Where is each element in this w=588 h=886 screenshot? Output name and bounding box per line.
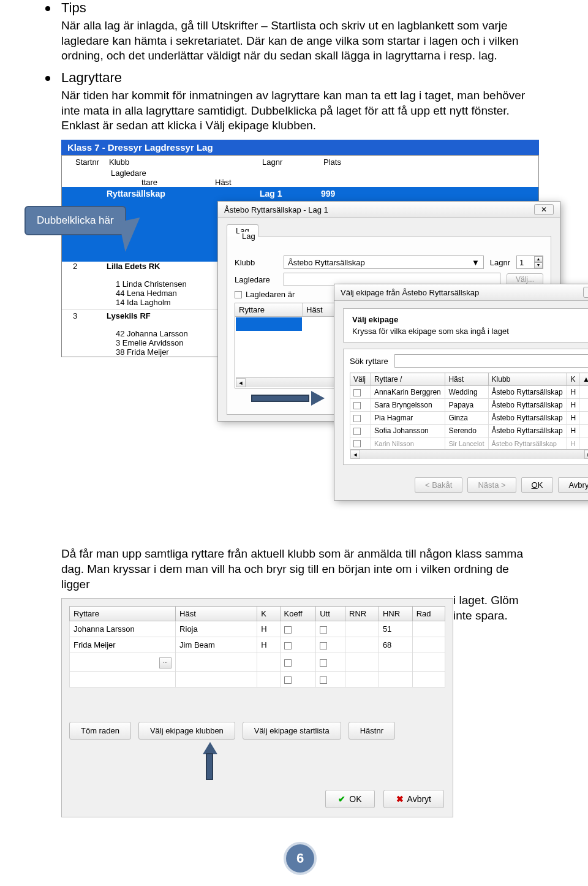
col-plats: Plats [321,156,358,168]
valj-ekipage-startlista-button[interactable]: Välj ekipage startlista [243,722,341,740]
screenshot-2: Ryttare Häst K Koeff Utt RNR HNR Rad Joh… [61,598,453,817]
screenshot-1: Dubbelklicka här Klass 7 - Dressyr Lagdr… [61,140,539,532]
koeff-checkbox[interactable] [284,626,292,634]
koeff-checkbox[interactable] [284,642,292,649]
table-row[interactable]: ... [70,653,445,672]
float-text: i laget. Glöm inte spara. [453,593,539,623]
chevron-down-icon: ▼ [472,258,480,267]
col-lagledare: Lagledare [111,168,146,178]
lagryttare-heading: Lagryttare [61,70,122,86]
ok-button[interactable]: OK [521,477,554,493]
dialog-title: Välj ekipage från Åstebo Ryttarsällskap [341,288,479,297]
scrollbar[interactable]: ◄► [350,449,588,459]
cancel-button[interactable]: ✖Avbryt [383,790,444,808]
table-row[interactable]: Sofia JohanssonSerendoÅstebo Ryttarsälls… [350,425,589,437]
col-ryttare: ttare [141,178,215,187]
col-klubb: Klubb [107,156,260,168]
table-row[interactable]: Karin NilssonSir LancelotÅstebo Ryttarsä… [350,437,589,450]
table-row[interactable]: AnnaKarin BerggrenWeddingÅstebo Ryttarsä… [350,386,589,399]
ok-button[interactable]: ✔OK [325,790,374,808]
page-number-badge: 6 [284,842,317,875]
row-checkbox[interactable] [353,402,361,409]
table-row[interactable] [70,672,445,687]
row-checkbox[interactable] [353,415,361,422]
utt-checkbox[interactable] [320,642,327,649]
callout-bubble: Dubbelklicka här [24,206,126,235]
row-checkbox[interactable] [353,428,361,435]
lagledaren-checkbox[interactable] [235,291,242,298]
bullet [45,76,50,81]
info-panel: Välj ekipage Kryssa för vilka ekipage so… [343,308,588,343]
next-button[interactable]: Nästa > [467,477,516,493]
close-icon[interactable]: ✕ [583,287,588,298]
window-title: Klass 7 - Dressyr Lagdressyr Lag [61,140,539,155]
col-startnr: Startnr [73,156,107,168]
ekipage-table: Välj Ryttare / Häst Klubb K ▲ AnnaKarin … [350,373,588,450]
team-dialog-title: Åstebo Ryttarsällskap - Lag 1 [224,205,328,214]
table-selected-cell[interactable] [236,317,302,331]
row-checkbox[interactable] [353,389,361,396]
callout-up-arrow [203,742,216,780]
back-button[interactable]: < Bakåt [415,477,462,493]
bullet [45,6,50,11]
tom-raden-button[interactable]: Töm raden [69,722,131,740]
utt-checkbox[interactable] [320,659,327,667]
lagryttare-paragraph: När tiden har kommit för inmatningen av … [61,88,539,134]
cancel-button[interactable]: Avbryt [558,477,588,493]
paragraph-2: Då får man upp samtliga ryttare från akt… [61,547,539,592]
selected-row[interactable]: Ryttarsällskap Lag 1 999 [62,187,538,200]
x-icon: ✖ [396,794,404,804]
col-lagnr: Lagnr [260,156,321,168]
col-hast: Häst [215,178,232,187]
hastnr-button[interactable]: Hästnr [349,722,395,740]
tips-heading: Tips [61,0,86,16]
cell-picker-button[interactable]: ... [159,657,172,668]
valj-ekipage-klubben-button[interactable]: Välj ekipage klubben [138,722,235,740]
row-checkbox[interactable] [353,440,361,447]
check-icon: ✔ [338,794,345,804]
callout-arrow [251,391,325,406]
table-row[interactable]: Pia HagmarGinzaÅstebo RyttarsällskapH [350,412,589,425]
ryttare-edit-table: Ryttare Häst K Koeff Utt RNR HNR Rad Joh… [69,606,445,687]
koeff-checkbox[interactable] [284,676,292,684]
search-input[interactable] [394,354,588,368]
close-icon[interactable]: ✕ [534,204,554,215]
klubb-dropdown[interactable]: Åstebo Ryttarsällskap ▼ [284,256,484,269]
table-row[interactable]: Sara BryngelssonPapayaÅstebo Ryttarsälls… [350,399,589,412]
table-row[interactable]: Frida MeijerJim BeamH 68 [70,637,445,653]
table-row[interactable]: Johanna LarssonRiojaH 51 [70,621,445,637]
utt-checkbox[interactable] [320,626,327,634]
lagnr-spinner[interactable]: ▲▼ [516,256,543,269]
tips-paragraph: När alla lag är inlagda, gå till Utskrif… [61,18,539,64]
utt-checkbox[interactable] [320,676,327,684]
valj-ekipage-dialog: Välj ekipage från Åstebo Ryttarsällskap … [334,284,588,501]
callout-text: Dubbelklicka här [37,214,114,226]
koeff-checkbox[interactable] [284,659,292,667]
